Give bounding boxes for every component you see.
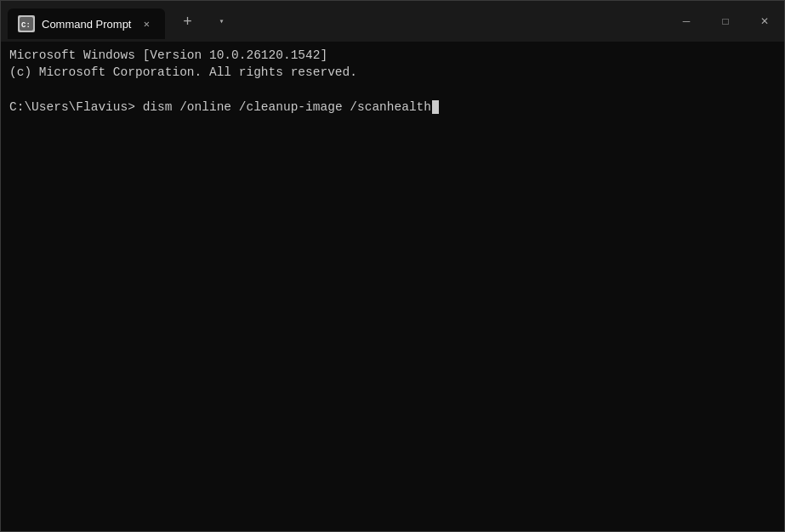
new-tab-button[interactable]: + (172, 6, 202, 37)
tabs-dropdown-button[interactable]: ▾ (209, 6, 233, 37)
terminal-command (135, 99, 143, 116)
plus-icon: + (183, 13, 192, 31)
active-tab[interactable]: C: Command Prompt ✕ (8, 8, 165, 39)
tab-title: Command Prompt (42, 18, 131, 31)
tab-close-button[interactable]: ✕ (138, 15, 155, 32)
close-icon: ✕ (144, 18, 150, 31)
chevron-down-icon: ▾ (219, 16, 224, 26)
cursor (432, 100, 439, 114)
terminal-line-2: (c) Microsoft Corporation. All rights re… (9, 64, 776, 81)
svg-text:C:: C: (21, 21, 31, 30)
terminal-prompt: C:\Users\Flavius> (9, 99, 135, 116)
maximize-button[interactable]: □ (706, 1, 745, 42)
terminal-command-line: C:\Users\Flavius> dism /online /cleanup-… (9, 99, 776, 116)
close-button[interactable]: ✕ (745, 1, 784, 42)
tab-icon: C: (18, 15, 35, 32)
titlebar: C: Command Prompt ✕ + ▾ ─ (1, 1, 784, 42)
terminal-body[interactable]: Microsoft Windows [Version 10.0.26120.15… (1, 42, 784, 531)
terminal-command-text: dism /online /cleanup-image /scanhealth (143, 99, 431, 116)
terminal-line-1: Microsoft Windows [Version 10.0.26120.15… (9, 47, 776, 64)
close-window-icon: ✕ (760, 15, 769, 27)
maximize-icon: □ (722, 15, 728, 27)
titlebar-left: C: Command Prompt ✕ + ▾ (8, 3, 338, 39)
terminal-line-3 (9, 82, 776, 99)
window-controls: ─ □ ✕ (667, 1, 784, 42)
minimize-icon: ─ (683, 15, 691, 27)
terminal-window: C: Command Prompt ✕ + ▾ ─ (0, 0, 785, 532)
minimize-button[interactable]: ─ (667, 1, 706, 42)
